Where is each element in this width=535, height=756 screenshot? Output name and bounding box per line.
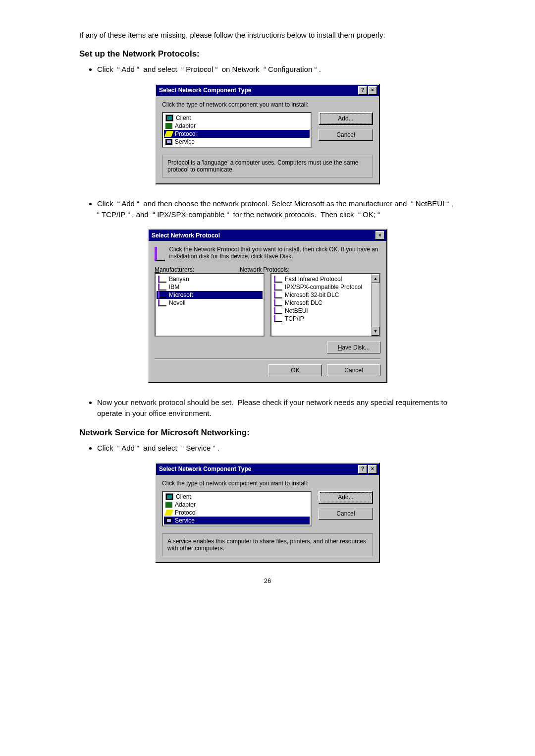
close-button[interactable]: ×	[368, 465, 377, 473]
list-item-label: TCP/IP	[285, 315, 304, 322]
list-item: Microsoft	[157, 291, 263, 299]
scrollbar[interactable]: ▲ ▼	[371, 274, 379, 336]
adapter-icon	[165, 123, 172, 129]
protocols-listbox[interactable]: Fast Infrared Protocol IPX/SPX-compatibl…	[270, 273, 380, 337]
vendor-icon	[158, 291, 166, 298]
manufacturers-label: MManufacturers:anufacturers:	[155, 266, 234, 273]
list-item-label: IPX/SPX-compatible Protocol	[285, 284, 362, 291]
list-item-label: Novell	[169, 299, 185, 306]
document-page: If any of these items are missing, pleas…	[59, 0, 476, 614]
list-item-label: IBM	[169, 284, 179, 291]
dialog-title: Select Network Component Type	[159, 465, 251, 472]
list-item: Microsoft 32-bit DLC	[272, 291, 378, 299]
bullet-item: Click “ Add “ and select “ Protocol “ on…	[97, 64, 456, 75]
list-item-label: Adapter	[175, 501, 196, 508]
vendor-icon	[158, 276, 166, 283]
scroll-down-icon[interactable]: ▼	[372, 327, 379, 336]
help-button[interactable]: ?	[358, 465, 367, 473]
component-listbox[interactable]: Client Adapter Protocol Service	[162, 491, 312, 526]
cancel-button[interactable]: Cancel	[319, 508, 373, 520]
list-item-label: Client	[176, 115, 191, 121]
list-item: Adapter	[164, 122, 310, 130]
close-button[interactable]: ×	[368, 86, 377, 95]
list-item: Client	[164, 493, 310, 501]
heading-network-service: Network Service for Microsoft Networking…	[79, 428, 456, 438]
dialog-select-component-2: Select Network Component Type ? × Click …	[155, 463, 380, 563]
ok-button[interactable]: OK	[268, 364, 322, 376]
list-item: Service	[164, 138, 310, 146]
list-item-label: Service	[175, 138, 195, 145]
protocol-item-icon	[274, 276, 282, 283]
protocol-item-icon	[274, 299, 282, 306]
intro-paragraph: If any of these items are missing, pleas…	[79, 30, 456, 40]
list-item: IPX/SPX-compatible Protocol	[272, 283, 378, 291]
protocols-label: Network Protocols:	[240, 266, 290, 273]
bullet-item: Click “ Add “ and select “ Service “ .	[97, 443, 456, 454]
bullet-list-1: Click “ Add “ and select “ Protocol “ on…	[79, 64, 456, 75]
vendor-icon	[158, 284, 166, 291]
dialog-prompt: Click the Network Protocol that you want…	[169, 246, 380, 261]
manufacturers-listbox[interactable]: Banyan IBM Microsoft Novell	[155, 273, 265, 337]
cancel-button[interactable]: Cancel	[319, 129, 373, 141]
list-item: Novell	[157, 299, 263, 307]
protocol-glyph-icon	[155, 247, 165, 261]
protocol-item-icon	[274, 284, 282, 291]
bullet-item: Now your network protocol should be set.…	[97, 397, 456, 419]
dialog-title: Select Network Component Type	[159, 87, 251, 94]
titlebar: Select Network Protocol ×	[149, 230, 386, 241]
list-item-label: Client	[176, 493, 191, 500]
bullet-list-4: Click “ Add “ and select “ Service “ .	[79, 443, 456, 454]
dialog-prompt: Click the type of network component you …	[162, 101, 373, 108]
client-icon	[165, 115, 173, 121]
list-item: Adapter	[164, 501, 310, 509]
add-button[interactable]: Add...	[319, 112, 373, 125]
service-icon	[165, 139, 172, 145]
bullet-item: Click “ Add “ and then choose the networ…	[97, 198, 456, 220]
list-item: Protocol	[164, 130, 310, 138]
protocol-item-icon	[274, 291, 282, 298]
client-icon	[165, 493, 173, 500]
list-item: Fast Infrared Protocol	[272, 275, 378, 283]
protocol-item-icon	[274, 307, 282, 314]
list-item-label: Banyan	[169, 276, 189, 283]
list-item: Protocol	[164, 509, 310, 517]
protocol-icon	[164, 510, 173, 516]
dialog-title: Select Network Protocol	[152, 232, 220, 239]
titlebar: Select Network Component Type ? ×	[156, 464, 379, 475]
protocol-icon	[164, 131, 173, 137]
bullet-list-2: Click “ Add “ and then choose the networ…	[79, 198, 456, 220]
close-button[interactable]: ×	[375, 231, 384, 239]
service-icon	[165, 518, 172, 523]
list-item: Service	[164, 517, 310, 524]
titlebar: Select Network Component Type ? ×	[156, 85, 379, 96]
list-item: Banyan	[157, 275, 263, 283]
list-item-label: Fast Infrared Protocol	[285, 276, 342, 283]
help-button[interactable]: ?	[358, 86, 367, 95]
list-item-label: Protocol	[175, 130, 197, 137]
cancel-button[interactable]: Cancel	[327, 364, 380, 376]
adapter-icon	[165, 502, 172, 508]
description-box: Protocol is a 'language' a computer uses…	[162, 155, 373, 177]
dialog-select-protocol: Select Network Protocol × Click the Netw…	[148, 229, 387, 383]
dialog-prompt: Click the type of network component you …	[162, 480, 373, 487]
add-button[interactable]: Add...	[319, 491, 373, 504]
bullet-list-3: Now your network protocol should be set.…	[79, 397, 456, 419]
description-box: A service enables this computer to share…	[162, 533, 373, 556]
component-listbox[interactable]: Client Adapter Protocol Service	[162, 112, 312, 148]
list-item: Microsoft DLC	[272, 299, 378, 307]
list-item: IBM	[157, 283, 263, 291]
list-item: TCP/IP	[272, 315, 378, 323]
list-item-label: Microsoft DLC	[285, 299, 322, 306]
protocol-item-icon	[274, 315, 282, 322]
have-disk-button[interactable]: HHave Disk...ave Disk...	[327, 342, 380, 353]
list-item-label: NetBEUI	[285, 307, 308, 314]
vendor-icon	[158, 299, 166, 306]
list-item: NetBEUI	[272, 307, 378, 315]
dialog-select-component-1: Select Network Component Type ? × Click …	[155, 84, 380, 184]
list-item: Client	[164, 114, 310, 122]
heading-setup-protocols: Set up the Network Protocols:	[79, 49, 456, 59]
page-number: 26	[79, 577, 456, 584]
list-item-label: Adapter	[175, 122, 196, 129]
list-item-label: Service	[175, 517, 195, 524]
list-item-label: Microsoft 32-bit DLC	[285, 291, 339, 298]
